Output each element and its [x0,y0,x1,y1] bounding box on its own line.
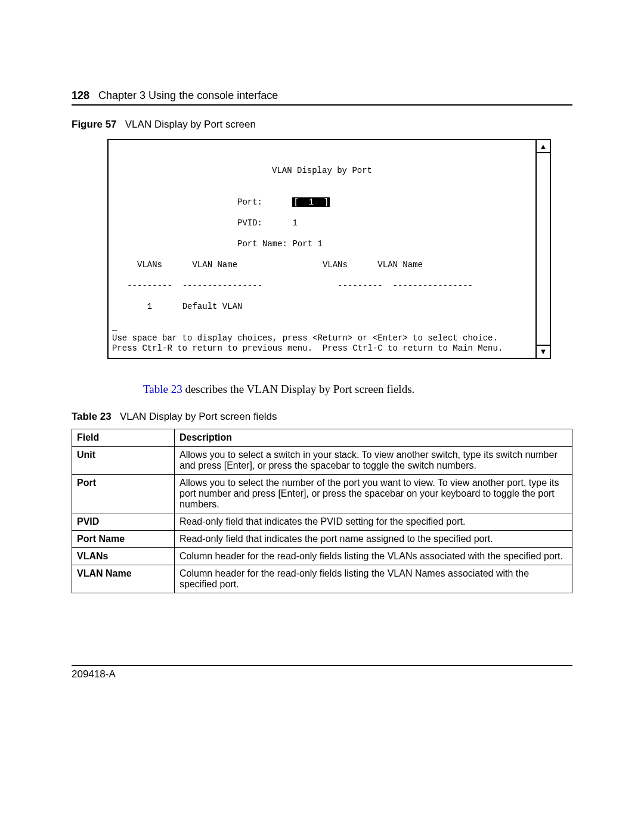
portname-value: Port 1 [292,239,322,249]
table-row: VLANs Column header for the read-only fi… [72,547,572,565]
col-vlanname-2: VLAN Name [377,260,423,270]
field-name: VLAN Name [72,565,175,593]
field-desc: Allows you to select a switch in your st… [175,446,572,474]
col-vlans-1: VLANs [137,260,162,270]
page-header: 128 Chapter 3 Using the console interfac… [72,89,572,106]
th-desc: Description [175,429,572,446]
field-desc: Read-only field that indicates the PVID … [175,513,572,530]
table-row: Unit Allows you to select a switch in yo… [72,446,572,474]
table-row: Port Allows you to select the number of … [72,474,572,513]
col-vlans-2: VLANs [323,260,348,270]
table-caption: Table 23 VLAN Display by Port screen fie… [72,411,572,423]
chapter-text: Chapter 3 Using the console interface [98,89,278,101]
pvid-value: 1 [292,218,297,228]
th-field: Field [72,429,175,446]
terminal-title: VLAN Display by Port [112,166,532,176]
terminal-footer-line2: Press Ctrl-R to return to previous menu.… [112,343,503,353]
terminal-footer: _ Use space bar to display choices, pres… [112,323,532,354]
page-number: 128 [72,89,89,101]
scroll-down-icon[interactable]: ▼ [537,345,550,358]
scrollbar[interactable]: ▲ ▼ [535,139,551,359]
table-row: Port Name Read-only field that indicates… [72,530,572,547]
field-desc: Column header for the read-only fields l… [175,565,572,593]
field-desc: Allows you to select the number of the p… [175,474,572,513]
field-desc: Read-only field that indicates the port … [175,530,572,547]
scroll-up-icon[interactable]: ▲ [537,140,550,152]
figure-caption: Figure 57 VLAN Display by Port screen [72,119,572,131]
dash-1: --------- [127,281,172,290]
body-rest: describes the VLAN Display by Port scree… [182,383,415,395]
pvid-label: PVID: [237,218,262,228]
figure-title: VLAN Display by Port screen [125,119,256,130]
table-label: Table 23 [72,411,112,422]
row-vlan: 1 [147,302,152,311]
dash-3: --------- [338,281,383,290]
dash-2: ---------------- [182,281,262,290]
terminal-footer-line1: Use space bar to display choices, press … [112,333,498,343]
terminal-screenshot: VLAN Display by Port Port: [ 1 ] PVID: 1… [107,139,537,359]
table-title: VLAN Display by Port screen fields [120,411,277,422]
portname-label: Port Name: [237,239,287,249]
figure-label: Figure 57 [72,119,117,130]
dash-4: ---------------- [393,281,473,290]
body-paragraph: Table 23 describes the VLAN Display by P… [143,383,572,396]
crossref-link[interactable]: Table 23 [143,383,182,395]
scroll-thumb[interactable] [537,152,550,165]
row-name: Default VLAN [182,302,243,311]
field-desc: Column header for the read-only fields l… [175,547,572,565]
port-value: [ 1 ] [292,197,330,207]
fields-table: Field Description Unit Allows you to sel… [72,429,572,593]
table-row: VLAN Name Column header for the read-onl… [72,565,572,593]
table-row: PVID Read-only field that indicates the … [72,513,572,530]
field-name: VLANs [72,547,175,565]
field-name: Port Name [72,530,175,547]
page-footer: 209418-A [72,665,572,680]
port-label: Port: [237,197,262,207]
doc-id: 209418-A [72,668,116,680]
field-name: PVID [72,513,175,530]
col-vlanname-1: VLAN Name [192,260,237,270]
field-name: Port [72,474,175,513]
field-name: Unit [72,446,175,474]
